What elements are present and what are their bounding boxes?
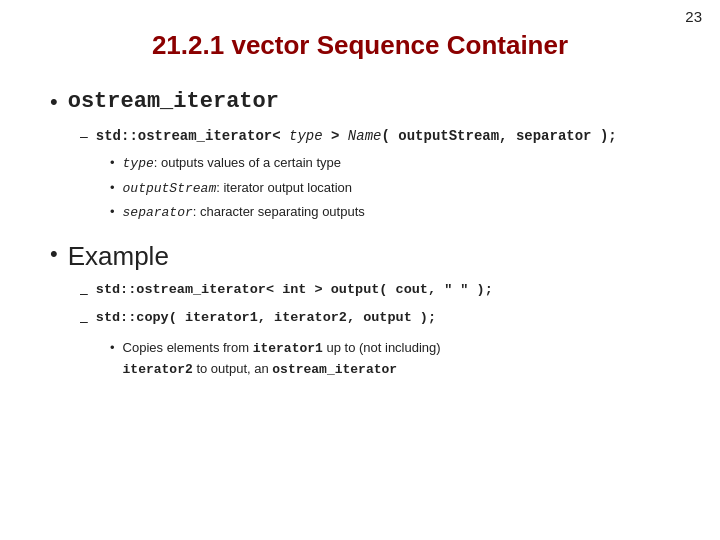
param-separator: • separator: character separating output…	[110, 202, 670, 223]
param-outputstream-desc: : iterator output location	[216, 180, 352, 195]
dash-symbol-2: –	[80, 310, 88, 332]
dash-symbol: –	[80, 125, 88, 147]
code-separator-param: separator	[123, 205, 193, 220]
constructor-text: std::ostream_iterator< type > Name( outp…	[96, 125, 617, 147]
example-dash-1: – std::ostream_iterator< int > output( c…	[80, 282, 670, 304]
code-iterator2: iterator2	[123, 362, 193, 377]
param-type: • type: outputs values of a certain type	[110, 153, 670, 174]
code-params: ( outputStream, separator );	[381, 128, 616, 144]
slide-content: 21.2.1 vector Sequence Container • ostre…	[0, 0, 720, 417]
copy-desc-item: • Copies elements from iterator1 up to (…	[110, 338, 670, 379]
param-type-desc: : outputs values of a certain type	[154, 155, 341, 170]
param-outputstream-text: outputStream: iterator output location	[123, 178, 352, 199]
sub-dot-2: •	[110, 178, 115, 198]
code-type: type	[289, 128, 323, 144]
param-outputstream: • outputStream: iterator output location	[110, 178, 670, 199]
bullet-dot: •	[50, 89, 58, 115]
example-dash-2: – std::copy( iterator1, iterator2, outpu…	[80, 310, 670, 332]
copy-desc-text: Copies elements from iterator1 up to (no…	[123, 338, 441, 379]
page-number: 23	[685, 8, 702, 25]
section-example: • Example – std::ostream_iterator< int >…	[50, 241, 670, 379]
code-std-ostream: std::ostream_iterator<	[96, 128, 289, 144]
slide-title: 21.2.1 vector Sequence Container	[50, 30, 670, 61]
param-separator-text: separator: character separating outputs	[123, 202, 365, 223]
code-name: Name	[348, 128, 382, 144]
main-bullet-ostream: • ostream_iterator	[50, 89, 670, 115]
param-type-text: type: outputs values of a certain type	[123, 153, 341, 174]
code-gt-name: >	[323, 128, 348, 144]
code-ostream-iter-ref: ostream_iterator	[272, 362, 397, 377]
param-separator-desc: : character separating outputs	[193, 204, 365, 219]
dash-symbol-1: –	[80, 282, 88, 304]
copy-description-bullets: • Copies elements from iterator1 up to (…	[110, 338, 670, 379]
param-bullets: • type: outputs values of a certain type…	[110, 153, 670, 223]
sub-dot-3: •	[110, 202, 115, 222]
code-type-param: type	[123, 156, 154, 171]
sub-dot-1: •	[110, 153, 115, 173]
dash-constructor: – std::ostream_iterator< type > Name( ou…	[80, 125, 670, 147]
main-bullet-example: • Example	[50, 241, 670, 272]
ostream-iterator-label: ostream_iterator	[68, 89, 279, 115]
example-dot: •	[50, 241, 58, 267]
example-sub-section: – std::ostream_iterator< int > output( c…	[80, 282, 670, 379]
code-outputstream-param: outputStream	[123, 181, 217, 196]
code-iterator1: iterator1	[253, 341, 323, 356]
section-ostream-iterator: • ostream_iterator – std::ostream_iterat…	[50, 89, 670, 223]
copy-dot: •	[110, 338, 115, 358]
ostream-sub-section: – std::ostream_iterator< type > Name( ou…	[80, 125, 670, 223]
example-code-2: std::copy( iterator1, iterator2, output …	[96, 310, 436, 325]
example-label: Example	[68, 241, 169, 272]
example-code-1: std::ostream_iterator< int > output( cou…	[96, 282, 493, 297]
